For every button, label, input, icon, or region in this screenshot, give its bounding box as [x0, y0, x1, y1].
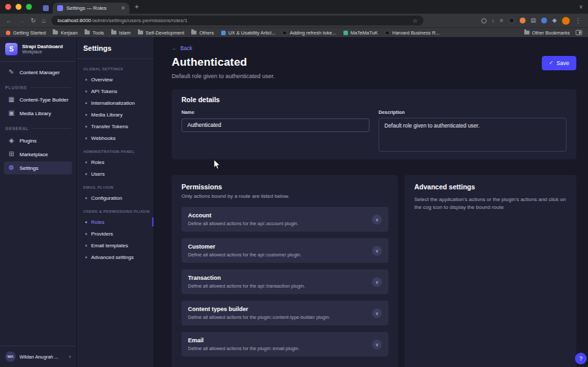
subnav-item-email-configuration[interactable]: Configuration: [77, 192, 154, 204]
chevron-down-icon: ∨: [375, 280, 379, 284]
bullet-icon: [85, 173, 87, 175]
orange-extension-icon[interactable]: [520, 18, 526, 23]
subnav-item-admin-roles[interactable]: Roles: [77, 156, 154, 168]
expand-content-types-builder-button[interactable]: ∨: [372, 308, 382, 318]
subnav-item-webhooks[interactable]: Webhooks: [77, 132, 154, 144]
bookmark-label: Getting Started: [13, 30, 46, 36]
bookmark-folder-others[interactable]: Others: [191, 30, 214, 36]
subnav-item-transfer-tokens[interactable]: Transfer Tokens: [77, 120, 154, 132]
subnav-item-up-advanced-settings[interactable]: Advanced settings: [77, 251, 154, 263]
user-menu[interactable]: WA Wildan Anugrah ... ‹: [0, 346, 76, 367]
collapse-sidebar-icon[interactable]: ‹: [69, 354, 71, 360]
browser-menu-icon[interactable]: ⋮: [575, 18, 581, 24]
subnav-item-up-roles[interactable]: Roles: [77, 216, 154, 228]
active-browser-tab[interactable]: Settings — Roles ×: [53, 3, 129, 14]
subnav-item-admin-users[interactable]: Users: [77, 168, 154, 180]
pinned-tab[interactable]: [38, 3, 53, 14]
bookmark-star-icon[interactable]: ☆: [412, 18, 418, 24]
bookmark-folder-tools[interactable]: Tools: [85, 30, 104, 36]
permission-accordion-email[interactable]: Email Define all allowed actions for the…: [181, 332, 388, 357]
bookmark-label: Others: [199, 30, 214, 36]
bookmark-matematuk[interactable]: MaTeMaTuK: [343, 30, 378, 36]
sidebar-item-media-library[interactable]: ▣ Media Library: [4, 107, 72, 120]
permission-accordion-customer[interactable]: Customer Define all allowed actions for …: [181, 238, 388, 263]
minimize-window-button[interactable]: [16, 4, 21, 10]
expand-email-button[interactable]: ∨: [372, 340, 382, 349]
bookmark-harvard-business[interactable]: Harvard Business R...: [385, 30, 440, 36]
address-bar[interactable]: localhost:8000 /admin/settings/users-per…: [51, 16, 423, 25]
bookmark-ux-usability[interactable]: UX & Usability Articl...: [221, 30, 276, 36]
permission-accordion-transaction[interactable]: Transaction Define all allowed actions f…: [181, 269, 388, 294]
site-favicon: [221, 31, 226, 35]
folder-icon: [138, 31, 143, 34]
adblock-extension-icon[interactable]: [481, 18, 487, 23]
help-button[interactable]: ?: [575, 353, 587, 364]
site-favicon: [282, 31, 287, 35]
user-avatar: WA: [5, 351, 16, 362]
bookmark-label: Kerjaan: [60, 30, 77, 36]
bookmark-folder-islam[interactable]: Islam: [111, 30, 131, 36]
bookmark-getting-started[interactable]: Getting Started: [6, 30, 46, 36]
reading-list-icon[interactable]: ≡: [500, 18, 503, 23]
subnav-item-media-library[interactable]: Media Library: [77, 109, 154, 120]
browser-window: Settings — Roles × + ∨ ← → ↻ ⌂ localhost…: [0, 0, 588, 367]
bullet-icon: [85, 126, 87, 128]
side-panel-icon[interactable]: [576, 30, 582, 35]
bookmark-label: Tools: [92, 30, 104, 36]
expand-account-button[interactable]: ∨: [372, 215, 382, 224]
permission-accordion-account[interactable]: Account Define all allowed actions for t…: [181, 207, 388, 232]
notebook-extension-icon[interactable]: ▤: [531, 18, 537, 23]
gear-icon: ⚙: [8, 165, 15, 171]
reload-button[interactable]: ↻: [31, 18, 36, 24]
role-name-input[interactable]: [181, 118, 369, 132]
settings-nav-title: Settings: [77, 37, 154, 59]
role-description-input[interactable]: Default role given to authenticated user…: [379, 118, 567, 152]
zoom-window-button[interactable]: [26, 4, 32, 10]
media-library-icon: ▣: [8, 110, 15, 116]
subnav-item-api-tokens[interactable]: API Tokens: [77, 85, 154, 97]
extensions-puzzle-icon[interactable]: ◆: [552, 18, 557, 23]
back-link[interactable]: ← Back: [172, 45, 193, 51]
folder-icon: [53, 31, 58, 34]
download-icon[interactable]: ↓: [492, 18, 495, 23]
permission-accordion-content-types-builder[interactable]: Content types builder Define all allowed…: [181, 301, 388, 325]
strapi-admin-app: S Strapi Dashboard Workplace ✎ Content M…: [0, 37, 588, 367]
folder-icon: [524, 31, 529, 34]
bookmark-folder-self-development[interactable]: Self-Development: [138, 30, 185, 36]
name-label: Name: [181, 109, 369, 115]
browser-profile-avatar[interactable]: [562, 17, 570, 25]
bullet-icon: [85, 90, 87, 92]
strapi-favicon: [57, 5, 63, 11]
close-window-button[interactable]: [5, 4, 11, 10]
bookmarks-bar: Getting Started Kerjaan Tools Islam Self…: [0, 27, 588, 37]
sidebar-item-plugins[interactable]: ◈ Plugins: [4, 134, 72, 147]
subnav-item-up-email-templates[interactable]: Email templates: [77, 239, 154, 251]
bookmark-adding-refresh-token[interactable]: Adding refresh toke...: [282, 30, 336, 36]
bookmark-folder-kerjaan[interactable]: Kerjaan: [53, 30, 77, 36]
new-tab-button[interactable]: +: [135, 3, 139, 10]
browser-toolbar: ← → ↻ ⌂ localhost:8000 /admin/settings/u…: [0, 14, 588, 27]
close-tab-icon[interactable]: ×: [121, 5, 125, 12]
blue-extension-icon[interactable]: [541, 18, 547, 23]
subnav-item-up-providers[interactable]: Providers: [77, 228, 154, 239]
sidebar-item-marketplace[interactable]: ⊞ Marketplace: [4, 148, 72, 161]
subnav-item-internationalization[interactable]: Internationalization: [77, 97, 154, 109]
url-host: localhost:8000: [57, 18, 91, 23]
tab-search-chevron-icon[interactable]: ∨: [579, 4, 583, 10]
browser-back-button[interactable]: ←: [6, 18, 12, 24]
darkreader-extension-icon[interactable]: [509, 18, 514, 23]
subnav-item-overview[interactable]: Overview: [77, 74, 154, 85]
subnav-section-administration-panel: ADMINISTRATION PANEL: [77, 144, 154, 156]
expand-transaction-button[interactable]: ∨: [372, 277, 382, 287]
home-button[interactable]: ⌂: [42, 18, 46, 24]
sidebar-item-content-manager[interactable]: ✎ Content Manager: [4, 66, 72, 79]
sidebar-item-settings[interactable]: ⚙ Settings: [4, 161, 72, 174]
expand-customer-button[interactable]: ∨: [372, 246, 382, 256]
other-bookmarks-button[interactable]: Other Bookmarks: [524, 30, 570, 36]
save-button[interactable]: ✓ Save: [542, 56, 576, 70]
browser-forward-button[interactable]: →: [18, 18, 25, 24]
workspace-brand[interactable]: S Strapi Dashboard Workplace: [0, 37, 76, 62]
role-details-fields: Name Description Default role given to a…: [181, 109, 567, 152]
sidebar-item-content-type-builder[interactable]: ▦ Content-Type Builder: [4, 93, 72, 106]
content-columns: Permissions Only actions bound by a rout…: [172, 175, 576, 367]
